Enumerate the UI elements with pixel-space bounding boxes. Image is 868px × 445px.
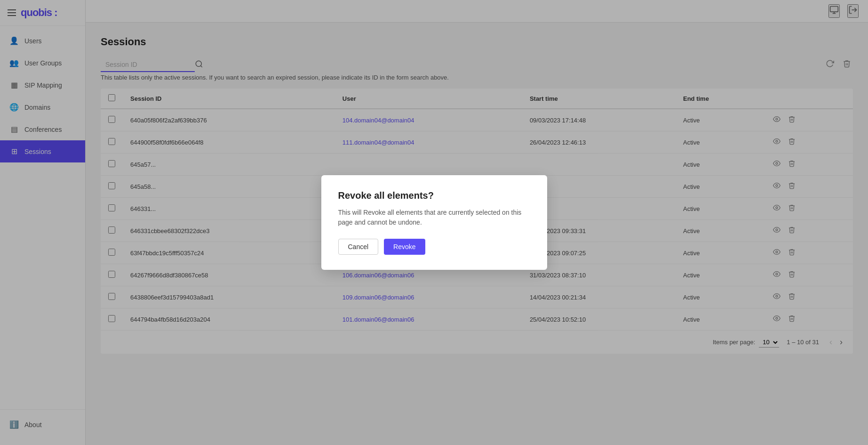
cancel-button[interactable]: Cancel xyxy=(338,239,379,255)
modal-body: This will Revoke all elements that are c… xyxy=(338,208,530,227)
modal-title: Revoke all elements? xyxy=(338,190,530,201)
modal-actions: Cancel Revoke xyxy=(338,239,530,255)
modal-overlay[interactable]: Revoke all elements? This will Revoke al… xyxy=(0,0,868,445)
revoke-modal: Revoke all elements? This will Revoke al… xyxy=(321,175,547,270)
revoke-button[interactable]: Revoke xyxy=(384,239,425,255)
